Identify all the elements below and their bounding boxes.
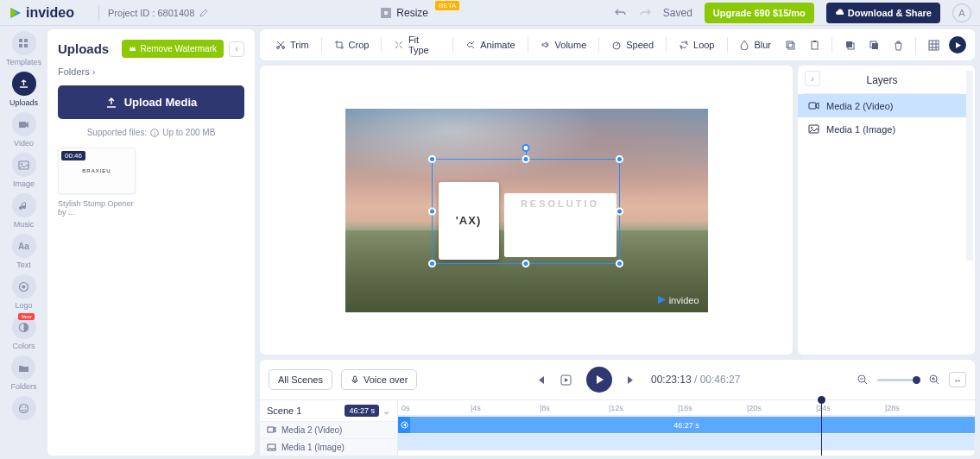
undo-icon[interactable] [615, 7, 627, 19]
svg-marker-1 [10, 8, 17, 18]
layer-item-media1[interactable]: Media 1 (Image) [798, 117, 966, 141]
resize-handle-sw[interactable] [428, 260, 436, 267]
fit-type-tool[interactable]: Fit Type [387, 31, 447, 59]
trim-tool[interactable]: Trim [269, 36, 316, 53]
remove-watermark-button[interactable]: Remove Watermark [122, 40, 224, 58]
video-clip[interactable]: 46:27 s [398, 417, 975, 433]
paste-icon[interactable] [806, 40, 823, 51]
chevron-down-icon[interactable]: ⌄ [383, 406, 390, 417]
duration-badge: 00:46 [61, 151, 85, 160]
svg-rect-6 [19, 44, 22, 47]
image-track[interactable] [398, 433, 975, 450]
speed-tool[interactable]: Speed [604, 36, 661, 53]
fit-icon [394, 40, 404, 50]
grid-icon[interactable] [925, 40, 942, 51]
resize-handle-nw[interactable] [428, 155, 436, 163]
info-icon[interactable]: i [150, 129, 159, 137]
collapse-panel-button[interactable]: ‹ [229, 41, 244, 57]
image-clip[interactable] [398, 434, 975, 450]
copy-icon[interactable] [781, 40, 799, 51]
layer-item-media2[interactable]: Media 2 (Video) [798, 94, 966, 117]
resize-handle-e[interactable] [616, 207, 623, 215]
svg-rect-4 [19, 39, 22, 42]
rail-colors[interactable]: NewColors [12, 315, 36, 350]
rail-templates[interactable]: Templates [6, 31, 41, 66]
rail-video[interactable]: Video [12, 112, 36, 148]
animate-tool[interactable]: Animate [458, 36, 522, 53]
rail-logo[interactable]: Logo [12, 274, 36, 310]
layers-collapse-button[interactable]: › [805, 71, 820, 86]
voice-over-button[interactable]: Voice over [341, 369, 417, 390]
delete-icon[interactable] [889, 40, 907, 51]
download-share-button[interactable]: Download & Share [826, 3, 940, 23]
uploads-title: Uploads [58, 41, 109, 56]
svg-rect-3 [383, 10, 389, 16]
video-icon [18, 119, 29, 130]
rotate-handle[interactable] [522, 144, 529, 152]
rail-text[interactable]: AaText [12, 234, 36, 269]
rail-music[interactable]: Music [12, 193, 36, 229]
volume-tool[interactable]: Volume [534, 36, 594, 53]
timecode: 00:23:13 / 00:46:27 [651, 374, 740, 386]
image-layer-icon [808, 123, 819, 135]
upload-media-button[interactable]: Upload Media [58, 85, 244, 119]
layers-scrollbar[interactable] [966, 71, 973, 261]
rail-image[interactable]: Image [12, 153, 36, 188]
play-logo-icon [9, 6, 22, 20]
zoom-out-button[interactable] [857, 374, 869, 386]
rail-folders[interactable]: Folders [10, 355, 36, 391]
loop-tool[interactable]: Loop [672, 36, 721, 53]
timeline-ruler: 0s|4s|8s|12s|16s|20s|24s|28s [398, 400, 975, 416]
app-header: invideo Project ID : 6801408 Resize BETA… [0, 0, 980, 26]
layer-back-icon[interactable] [865, 40, 882, 51]
svg-marker-32 [956, 42, 961, 48]
all-scenes-button[interactable]: All Scenes [269, 369, 332, 390]
resize-handle-se[interactable] [616, 260, 623, 267]
svg-point-11 [21, 163, 22, 165]
scene-header[interactable]: Scene 1 46:27 s ⌄ [260, 400, 397, 421]
selection-box[interactable] [432, 159, 620, 264]
redo-icon[interactable] [639, 7, 651, 19]
zoom-slider[interactable] [877, 379, 920, 381]
resize-button[interactable]: Resize [381, 7, 428, 19]
upload-icon [18, 79, 29, 90]
svg-rect-44 [268, 427, 274, 432]
upgrade-button[interactable]: Upgrade 690 $15/mo [705, 3, 814, 23]
timeline-row-label-1[interactable]: Media 2 (Video) [260, 421, 397, 438]
svg-text:i: i [154, 129, 155, 135]
svg-rect-34 [809, 103, 816, 109]
svg-rect-23 [787, 41, 793, 47]
video-canvas[interactable]: 'AX) RESOLUTIO [345, 109, 708, 312]
resize-handle-w[interactable] [428, 207, 436, 215]
layers-title: Layers [866, 74, 897, 86]
play-button[interactable] [586, 367, 612, 393]
folders-breadcrumb[interactable]: Folders › [58, 66, 244, 77]
next-frame-button[interactable] [626, 374, 637, 386]
zoom-in-button[interactable] [929, 374, 940, 386]
timeline-tracks[interactable]: 0s|4s|8s|12s|16s|20s|24s|28s 46:27 s [398, 400, 975, 456]
edit-toolbar: Trim Crop Fit Type Animate Volume Speed … [260, 29, 975, 60]
timeline-row-label-2[interactable]: Media 1 (Image) [260, 438, 397, 456]
prev-clip-button[interactable] [560, 374, 572, 387]
blur-tool[interactable]: Blur [732, 36, 778, 53]
resize-handle-s[interactable] [522, 260, 529, 267]
resize-handle-n[interactable] [522, 155, 529, 163]
playhead[interactable] [821, 400, 822, 456]
rail-uploads[interactable]: Uploads [9, 72, 38, 107]
svg-point-15 [20, 404, 28, 412]
fit-timeline-button[interactable]: ↔ [949, 372, 966, 387]
clip-start-handle[interactable] [398, 417, 410, 433]
resize-handle-ne[interactable] [616, 155, 623, 163]
rail-more[interactable] [12, 396, 36, 420]
avatar[interactable]: A [952, 3, 971, 22]
media-thumbnail[interactable]: 00:46 BRAXIEU Stylish Stomp Opener by ..… [58, 148, 136, 217]
crop-tool[interactable]: Crop [327, 36, 376, 53]
layer-fwd-icon[interactable] [841, 40, 858, 51]
crop-icon [334, 40, 345, 50]
side-rail: Templates Uploads Video Image Music AaTe… [0, 26, 47, 459]
edit-icon[interactable] [199, 9, 208, 17]
prev-frame-button[interactable] [534, 374, 546, 386]
preview-play-button[interactable] [949, 36, 966, 53]
brand-logo[interactable]: invideo [9, 5, 74, 21]
video-track[interactable]: 46:27 s [398, 416, 975, 433]
